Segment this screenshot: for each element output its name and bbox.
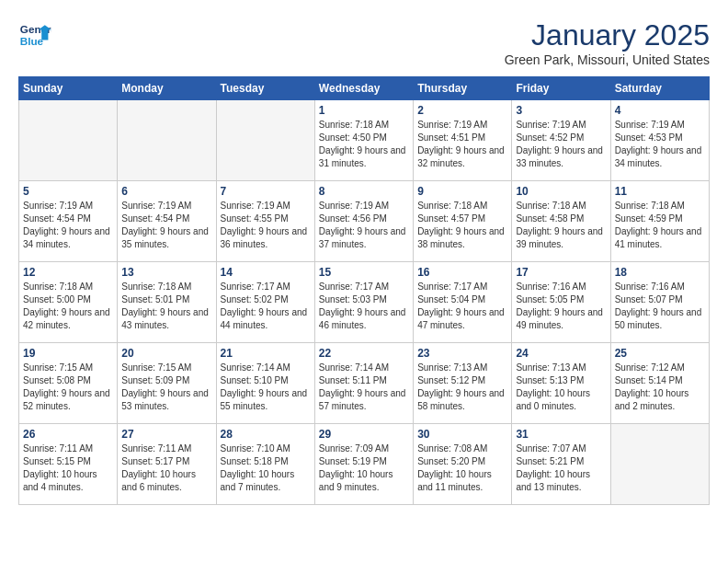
day-number: 25 [615,347,705,360]
day-number: 9 [417,185,507,198]
day-info: Sunrise: 7:13 AM Sunset: 5:13 PM Dayligh… [516,362,606,413]
calendar-cell: 17Sunrise: 7:16 AM Sunset: 5:05 PM Dayli… [512,262,610,343]
calendar-cell: 27Sunrise: 7:11 AM Sunset: 5:17 PM Dayli… [118,424,216,505]
day-number: 26 [23,428,113,441]
day-number: 17 [516,266,606,279]
calendar-cell: 22Sunrise: 7:14 AM Sunset: 5:11 PM Dayli… [314,343,413,424]
calendar-cell: 8Sunrise: 7:19 AM Sunset: 4:56 PM Daylig… [314,181,413,262]
calendar-cell: 2Sunrise: 7:19 AM Sunset: 4:51 PM Daylig… [414,100,512,181]
day-number: 20 [121,347,211,360]
day-number: 5 [23,185,113,198]
calendar-cell: 28Sunrise: 7:10 AM Sunset: 5:18 PM Dayli… [216,424,314,505]
day-number: 27 [121,428,211,441]
calendar-cell: 23Sunrise: 7:13 AM Sunset: 5:12 PM Dayli… [414,343,512,424]
day-number: 7 [221,185,311,198]
week-row-4: 19Sunrise: 7:15 AM Sunset: 5:08 PM Dayli… [19,343,710,424]
day-info: Sunrise: 7:15 AM Sunset: 5:08 PM Dayligh… [23,362,113,413]
day-info: Sunrise: 7:13 AM Sunset: 5:12 PM Dayligh… [417,362,507,413]
day-number: 2 [417,104,507,117]
calendar-cell: 31Sunrise: 7:07 AM Sunset: 5:21 PM Dayli… [512,424,610,505]
day-number: 18 [615,266,705,279]
day-number: 30 [417,428,507,441]
page-header: General Blue January 2025 Green Park, Mi… [18,18,710,67]
day-info: Sunrise: 7:09 AM Sunset: 5:19 PM Dayligh… [319,442,409,494]
calendar-cell: 10Sunrise: 7:18 AM Sunset: 4:58 PM Dayli… [512,181,610,262]
weekday-header-monday: Monday [118,77,216,100]
calendar-cell [610,424,709,505]
day-info: Sunrise: 7:11 AM Sunset: 5:15 PM Dayligh… [23,442,113,494]
calendar-cell: 14Sunrise: 7:17 AM Sunset: 5:02 PM Dayli… [216,262,314,343]
calendar-cell: 18Sunrise: 7:16 AM Sunset: 5:07 PM Dayli… [610,262,709,343]
day-number: 10 [516,185,606,198]
day-info: Sunrise: 7:16 AM Sunset: 5:05 PM Dayligh… [516,281,606,332]
day-number: 1 [319,104,409,117]
day-info: Sunrise: 7:17 AM Sunset: 5:02 PM Dayligh… [221,281,311,332]
title-block: January 2025 Green Park, Missouri, Unite… [505,18,710,67]
day-info: Sunrise: 7:19 AM Sunset: 4:55 PM Dayligh… [221,200,311,251]
day-info: Sunrise: 7:14 AM Sunset: 5:11 PM Dayligh… [319,362,409,413]
calendar-cell: 24Sunrise: 7:13 AM Sunset: 5:13 PM Dayli… [512,343,610,424]
month-title: January 2025 [505,18,710,52]
calendar-cell: 7Sunrise: 7:19 AM Sunset: 4:55 PM Daylig… [216,181,314,262]
day-info: Sunrise: 7:07 AM Sunset: 5:21 PM Dayligh… [516,442,606,494]
svg-text:Blue: Blue [20,35,44,47]
day-number: 3 [516,104,606,117]
day-info: Sunrise: 7:19 AM Sunset: 4:51 PM Dayligh… [417,119,507,170]
calendar-cell: 12Sunrise: 7:18 AM Sunset: 5:00 PM Dayli… [19,262,118,343]
day-info: Sunrise: 7:19 AM Sunset: 4:56 PM Dayligh… [319,200,409,251]
day-info: Sunrise: 7:18 AM Sunset: 4:58 PM Dayligh… [516,200,606,251]
weekday-header-wednesday: Wednesday [314,77,413,100]
calendar-cell: 29Sunrise: 7:09 AM Sunset: 5:19 PM Dayli… [314,424,413,505]
day-number: 19 [23,347,113,360]
day-number: 31 [516,428,606,441]
day-info: Sunrise: 7:18 AM Sunset: 4:57 PM Dayligh… [417,200,507,251]
calendar-cell [216,100,314,181]
calendar-cell: 15Sunrise: 7:17 AM Sunset: 5:03 PM Dayli… [314,262,413,343]
day-number: 24 [516,347,606,360]
calendar-cell [19,100,118,181]
weekday-header-sunday: Sunday [19,77,118,100]
week-row-2: 5Sunrise: 7:19 AM Sunset: 4:54 PM Daylig… [19,181,710,262]
day-number: 4 [615,104,705,117]
day-info: Sunrise: 7:17 AM Sunset: 5:04 PM Dayligh… [417,281,507,332]
day-info: Sunrise: 7:18 AM Sunset: 4:50 PM Dayligh… [319,119,409,170]
weekday-header-friday: Friday [512,77,610,100]
calendar-cell [118,100,216,181]
day-info: Sunrise: 7:08 AM Sunset: 5:20 PM Dayligh… [417,442,507,494]
calendar-cell: 30Sunrise: 7:08 AM Sunset: 5:20 PM Dayli… [414,424,512,505]
calendar-cell: 20Sunrise: 7:15 AM Sunset: 5:09 PM Dayli… [118,343,216,424]
day-number: 6 [121,185,211,198]
day-info: Sunrise: 7:19 AM Sunset: 4:54 PM Dayligh… [121,200,211,251]
day-number: 11 [615,185,705,198]
logo-icon: General Blue [18,18,51,52]
day-info: Sunrise: 7:16 AM Sunset: 5:07 PM Dayligh… [615,281,705,332]
calendar-cell: 6Sunrise: 7:19 AM Sunset: 4:54 PM Daylig… [118,181,216,262]
day-info: Sunrise: 7:18 AM Sunset: 5:01 PM Dayligh… [121,281,211,332]
calendar-cell: 1Sunrise: 7:18 AM Sunset: 4:50 PM Daylig… [314,100,413,181]
calendar-cell: 11Sunrise: 7:18 AM Sunset: 4:59 PM Dayli… [610,181,709,262]
calendar-table: SundayMondayTuesdayWednesdayThursdayFrid… [18,76,710,505]
week-row-3: 12Sunrise: 7:18 AM Sunset: 5:00 PM Dayli… [19,262,710,343]
calendar-cell: 21Sunrise: 7:14 AM Sunset: 5:10 PM Dayli… [216,343,314,424]
weekday-header-thursday: Thursday [414,77,512,100]
day-info: Sunrise: 7:12 AM Sunset: 5:14 PM Dayligh… [615,362,705,413]
day-info: Sunrise: 7:19 AM Sunset: 4:53 PM Dayligh… [615,119,705,170]
week-row-1: 1Sunrise: 7:18 AM Sunset: 4:50 PM Daylig… [19,100,710,181]
day-info: Sunrise: 7:17 AM Sunset: 5:03 PM Dayligh… [319,281,409,332]
calendar-cell: 4Sunrise: 7:19 AM Sunset: 4:53 PM Daylig… [610,100,709,181]
calendar-cell: 26Sunrise: 7:11 AM Sunset: 5:15 PM Dayli… [19,424,118,505]
day-number: 29 [319,428,409,441]
day-info: Sunrise: 7:19 AM Sunset: 4:54 PM Dayligh… [23,200,113,251]
day-number: 13 [121,266,211,279]
day-info: Sunrise: 7:18 AM Sunset: 5:00 PM Dayligh… [23,281,113,332]
day-info: Sunrise: 7:15 AM Sunset: 5:09 PM Dayligh… [121,362,211,413]
day-info: Sunrise: 7:11 AM Sunset: 5:17 PM Dayligh… [121,442,211,494]
day-number: 16 [417,266,507,279]
day-number: 21 [221,347,311,360]
calendar-cell: 3Sunrise: 7:19 AM Sunset: 4:52 PM Daylig… [512,100,610,181]
day-number: 15 [319,266,409,279]
day-number: 22 [319,347,409,360]
day-info: Sunrise: 7:18 AM Sunset: 4:59 PM Dayligh… [615,200,705,251]
day-number: 12 [23,266,113,279]
weekday-header-saturday: Saturday [610,77,709,100]
